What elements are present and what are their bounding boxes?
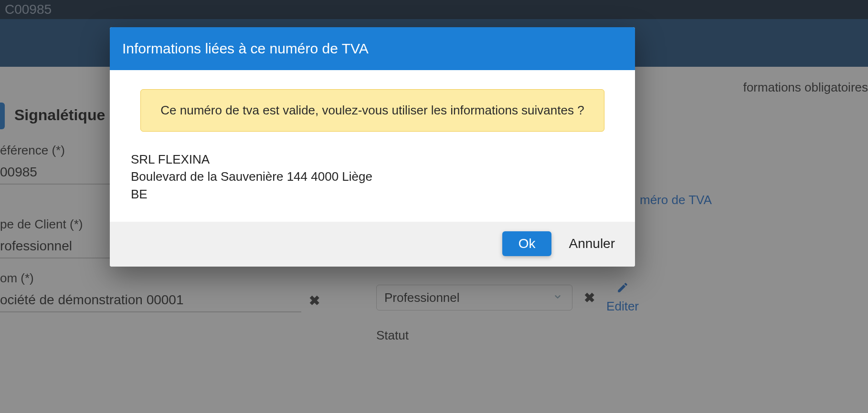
ok-button[interactable]: Ok bbox=[502, 231, 552, 256]
company-country: BE bbox=[131, 186, 614, 203]
vat-info-modal: Informations liées à ce numéro de TVA Ce… bbox=[110, 27, 635, 267]
modal-footer: Ok Annuler bbox=[110, 222, 635, 267]
modal-title: Informations liées à ce numéro de TVA bbox=[110, 27, 635, 70]
company-address: Boulevard de la Sauvenière 144 4000 Lièg… bbox=[131, 168, 614, 185]
company-info-block: SRL FLEXINA Boulevard de la Sauvenière 1… bbox=[131, 151, 614, 203]
modal-backdrop[interactable]: Informations liées à ce numéro de TVA Ce… bbox=[0, 0, 868, 413]
cancel-button[interactable]: Annuler bbox=[564, 231, 620, 256]
validation-alert: Ce numéro de tva est valide, voulez-vous… bbox=[140, 89, 604, 132]
modal-body: Ce numéro de tva est valide, voulez-vous… bbox=[110, 70, 635, 222]
company-name: SRL FLEXINA bbox=[131, 151, 614, 168]
